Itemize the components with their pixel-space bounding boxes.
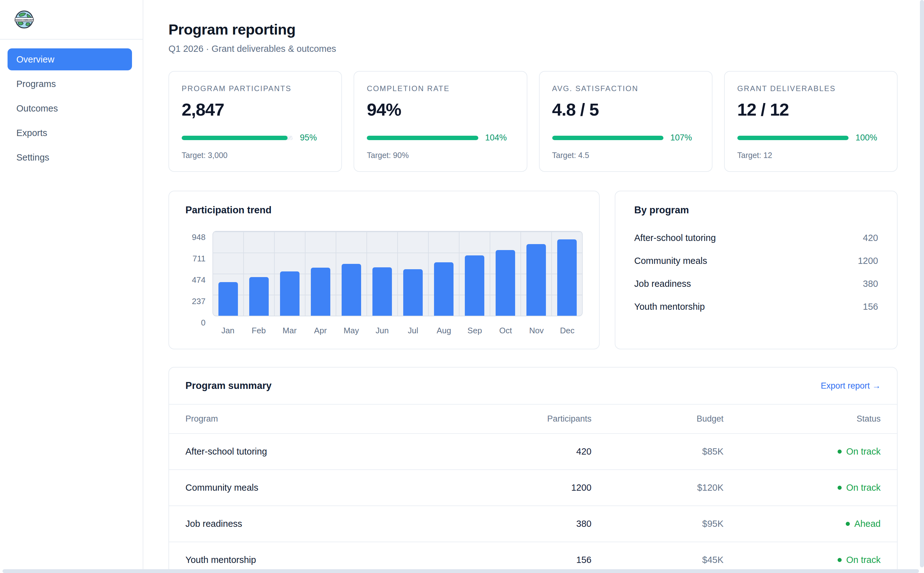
cell-participants: 380: [485, 519, 591, 529]
sidebar-item-overview[interactable]: Overview: [8, 49, 132, 70]
cell-budget: $45K: [591, 555, 723, 565]
logo-container: CODE4COMMUNITY: [0, 0, 143, 39]
kpi-percent: 107%: [670, 133, 699, 142]
status-dot-icon: [838, 449, 842, 454]
kpi-card-program-participants: PROGRAM PARTICIPANTS2,84795%Target: 3,00…: [168, 71, 342, 172]
chart-column-feb: [244, 232, 275, 316]
kpi-label: COMPLETION RATE: [367, 84, 514, 93]
by-program-row-community-meals: Community meals1200: [634, 249, 878, 272]
chart-column-sep: [460, 232, 490, 316]
sidebar: CODE4COMMUNITY OverviewProgramsOutcomesE…: [0, 0, 143, 573]
x-tick-label: Mar: [274, 326, 305, 335]
kpi-target: Target: 4.5: [552, 151, 699, 160]
status-text: Ahead: [854, 519, 881, 529]
cell-participants: 420: [485, 446, 591, 457]
code4community-globe-logo: CODE4COMMUNITY: [14, 10, 34, 29]
cell-budget: $120K: [591, 482, 723, 493]
export-report-link[interactable]: Export report →: [820, 381, 881, 391]
kpi-percent: 95%: [300, 133, 329, 142]
bar-apr: [311, 268, 330, 316]
x-tick-label: Jan: [212, 326, 243, 335]
main-content: Program reporting Q1 2026 · Grant delive…: [143, 0, 924, 573]
kpi-progress-fill: [737, 136, 849, 140]
status-dot-icon: [846, 522, 850, 526]
x-tick-label: May: [336, 326, 367, 335]
bar-nov: [526, 244, 546, 316]
x-tick-label: Apr: [305, 326, 336, 335]
chart-plot-area: [212, 231, 583, 316]
x-tick-label: Feb: [243, 326, 274, 335]
cell-participants: 1200: [485, 482, 591, 493]
by-program-row-job-readiness: Job readiness380: [634, 272, 878, 295]
bar-aug: [434, 262, 453, 316]
x-tick-label: Dec: [552, 326, 583, 335]
status-text: On track: [846, 555, 881, 565]
cell-status: On track: [723, 555, 881, 565]
table-header-bar: Program summary Export report →: [169, 368, 897, 404]
column-header-budget: Budget: [591, 414, 723, 424]
table-row-youth-mentorship: Youth mentorship156$45KOn track: [169, 542, 897, 573]
sidebar-item-outcomes[interactable]: Outcomes: [8, 97, 132, 119]
program-name: Community meals: [634, 256, 707, 266]
horizontal-scrollbar[interactable]: [3, 569, 919, 573]
cell-budget: $95K: [591, 519, 723, 529]
status-dot-icon: [838, 558, 842, 562]
cell-status: On track: [723, 482, 881, 493]
chart-column-jul: [398, 232, 429, 316]
x-tick-label: Aug: [428, 326, 459, 335]
chart-column-jan: [213, 232, 244, 316]
chart-y-axis: 0237474711948: [185, 231, 206, 316]
kpi-target: Target: 90%: [367, 151, 514, 160]
sidebar-item-settings[interactable]: Settings: [8, 146, 132, 168]
bar-feb: [249, 277, 268, 316]
kpi-value: 94%: [367, 99, 514, 120]
table-header-row: ProgramParticipantsBudgetStatus: [169, 404, 897, 433]
bar-jan: [218, 282, 238, 316]
cell-program: Youth mentorship: [185, 555, 485, 565]
charts-row: Participation trend 0237474711948 JanFeb…: [168, 191, 897, 349]
program-value: 1200: [858, 256, 878, 266]
kpi-percent: 100%: [855, 133, 885, 142]
column-header-program: Program: [185, 414, 485, 424]
chart-column-dec: [552, 232, 582, 316]
cell-program: Community meals: [185, 482, 485, 493]
cell-participants: 156: [485, 555, 591, 565]
summary-title: Program summary: [185, 380, 271, 391]
kpi-progress-fill: [182, 136, 287, 140]
kpi-progress-fill: [367, 136, 478, 140]
sidebar-item-exports[interactable]: Exports: [8, 122, 132, 144]
kpi-card-completion-rate: COMPLETION RATE94%104%Target: 90%: [354, 71, 527, 172]
program-value: 156: [863, 302, 878, 312]
chart-column-jun: [367, 232, 398, 316]
kpi-label: PROGRAM PARTICIPANTS: [182, 84, 329, 93]
column-header-participants: Participants: [485, 414, 591, 424]
logo-text: CODE4COMMUNITY: [14, 19, 34, 21]
vertical-scrollbar[interactable]: [920, 0, 924, 567]
bar-jun: [372, 267, 392, 316]
kpi-progress-row: 95%: [182, 133, 329, 142]
status-text: On track: [846, 482, 881, 493]
chart-column-may: [336, 232, 367, 316]
cell-budget: $85K: [591, 446, 723, 457]
y-tick-label: 948: [192, 233, 206, 241]
program-name: After-school tutoring: [634, 233, 716, 243]
page-title: Program reporting: [168, 21, 897, 38]
table-row-after-school-tutoring: After-school tutoring420$85KOn track: [169, 433, 897, 469]
app-window: CODE4COMMUNITY OverviewProgramsOutcomesE…: [0, 0, 924, 573]
x-tick-label: Jul: [398, 326, 428, 335]
kpi-label: AVG. SATISFACTION: [552, 84, 699, 93]
column-header-status: Status: [723, 414, 881, 424]
kpi-target: Target: 3,000: [182, 151, 329, 160]
by-program-title: By program: [634, 205, 878, 216]
x-tick-label: Sep: [459, 326, 490, 335]
bar-mar: [280, 271, 299, 316]
kpi-progress-row: 100%: [737, 133, 885, 142]
y-tick-label: 237: [192, 297, 206, 306]
chart-column-aug: [429, 232, 460, 316]
kpi-progress-track: [367, 136, 478, 140]
bar-may: [342, 264, 361, 316]
sidebar-item-programs[interactable]: Programs: [8, 73, 132, 95]
program-name: Youth mentorship: [634, 302, 705, 312]
chart-column-apr: [306, 232, 336, 316]
kpi-card-avg-satisfaction: AVG. SATISFACTION4.8 / 5107%Target: 4.5: [539, 71, 712, 172]
